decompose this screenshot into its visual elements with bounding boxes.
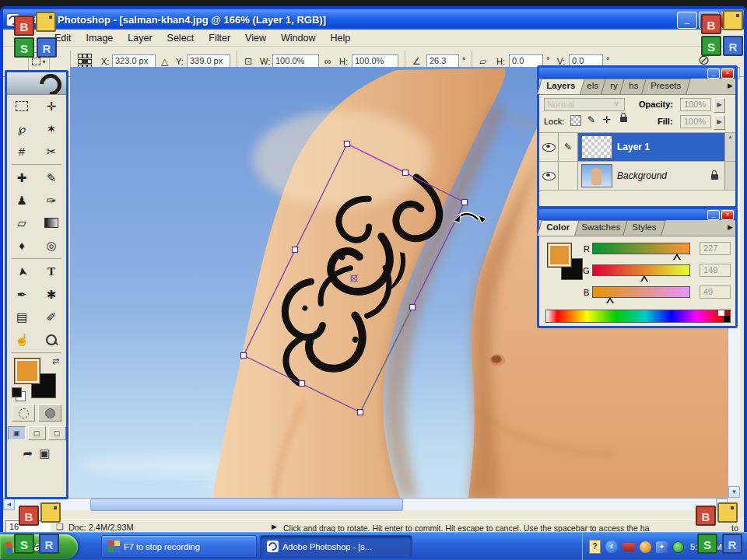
green-value-input[interactable]: 149: [700, 264, 731, 277]
fill-value[interactable]: 100%: [680, 115, 711, 128]
link-column[interactable]: [559, 162, 578, 190]
help-tray-icon[interactable]: ?: [589, 540, 601, 554]
hand-tool[interactable]: ☝: [7, 328, 37, 351]
orange-ball-tray-icon[interactable]: [640, 541, 651, 553]
transform-handle-left[interactable]: [241, 353, 247, 359]
green-app-tray-icon[interactable]: [672, 541, 684, 553]
transform-handle-mid-tl[interactable]: [293, 247, 298, 253]
dodge-tool[interactable]: ◎: [37, 234, 66, 257]
palette-menu-icon[interactable]: ▶: [728, 223, 733, 231]
layer1-selected-area[interactable]: Layer 1: [578, 133, 724, 161]
tab-presets[interactable]: Presets: [641, 79, 691, 94]
foreground-color-swatch[interactable]: [14, 358, 40, 384]
crop-tool[interactable]: #: [7, 140, 37, 163]
green-slider-track[interactable]: [592, 264, 690, 276]
green-slider-handle[interactable]: [640, 275, 648, 282]
blue-slider-track[interactable]: [592, 286, 690, 298]
layer-name[interactable]: Layer 1: [617, 142, 650, 152]
status-menu-arrow-icon[interactable]: ▶: [272, 523, 277, 530]
palette-close-button[interactable]: ×: [721, 68, 734, 79]
relative-position-icon[interactable]: △: [161, 56, 168, 67]
menu-edit[interactable]: Edit: [54, 33, 72, 44]
zoom-tool[interactable]: [37, 328, 66, 351]
foreground-color-swatch[interactable]: [547, 243, 572, 268]
tab-color[interactable]: Color: [537, 220, 580, 236]
rotation-angle-input[interactable]: 26.3: [426, 54, 459, 68]
tab-styles[interactable]: Styles: [622, 220, 666, 236]
brush-tool[interactable]: ✎: [37, 166, 66, 189]
tab-layers[interactable]: Layers: [537, 79, 585, 94]
palette-minimize-button[interactable]: _: [707, 68, 720, 79]
standard-mode-button[interactable]: [12, 404, 35, 422]
tab-swatches[interactable]: Swatches: [572, 220, 630, 236]
clone-stamp-tool[interactable]: ♟: [7, 189, 37, 212]
x-position-input[interactable]: 323.0 px: [112, 54, 156, 68]
red-slider-track[interactable]: [592, 243, 690, 254]
palette-close-button[interactable]: ×: [721, 210, 734, 220]
link-dimensions-icon[interactable]: ∞: [324, 56, 331, 67]
lock-image-icon[interactable]: ✎: [587, 114, 595, 125]
toolbox-header-art[interactable]: [7, 72, 66, 95]
magic-wand-tool[interactable]: ✶: [37, 117, 66, 140]
scrollbar-thumb[interactable]: [90, 499, 403, 511]
type-tool[interactable]: T: [37, 261, 66, 283]
scroll-down-icon[interactable]: ▼: [728, 486, 740, 498]
menu-select[interactable]: Select: [167, 33, 195, 44]
camcorder-tray-icon[interactable]: [622, 543, 635, 551]
pen-tool[interactable]: ✒: [7, 283, 37, 306]
fill-slider-icon[interactable]: ▶: [714, 115, 725, 130]
minimize-button[interactable]: _: [677, 12, 697, 29]
transform-handle-top[interactable]: [345, 142, 350, 147]
lasso-tool[interactable]: ℘: [7, 117, 37, 140]
red-value-input[interactable]: 227: [700, 242, 731, 255]
jump-to-imageready-icon[interactable]: ➦: [23, 446, 33, 460]
blue-value-input[interactable]: 49: [700, 285, 731, 299]
opacity-value[interactable]: 100%: [680, 98, 711, 111]
document-size-label[interactable]: Doc: 2.4M/2.93M: [68, 523, 134, 532]
lock-position-icon[interactable]: ✛: [603, 114, 611, 125]
path-selection-tool[interactable]: ➤: [7, 261, 37, 283]
layer-name[interactable]: Background: [617, 170, 667, 181]
menu-layer[interactable]: Layer: [128, 33, 152, 44]
blue-app-tray-icon[interactable]: ✦: [656, 541, 668, 553]
white-cap[interactable]: [717, 310, 724, 316]
horizontal-scrollbar[interactable]: ◄ ►: [3, 498, 728, 510]
fullscreen-menubar-mode-button[interactable]: ▢: [28, 426, 46, 440]
move-tool[interactable]: ✛: [37, 95, 66, 117]
lock-all-icon[interactable]: [620, 117, 627, 122]
transform-center-point[interactable]: [350, 275, 358, 282]
collapse-tray-icon[interactable]: ‹: [605, 541, 618, 553]
quick-mask-mode-button[interactable]: [38, 404, 61, 422]
lock-transparency-icon[interactable]: [570, 115, 581, 126]
transform-handle-bottom[interactable]: [358, 410, 363, 415]
layer-row-layer1[interactable]: ✎ Layer 1 ▴: [539, 133, 735, 162]
palette-minimize-button[interactable]: _: [707, 210, 720, 220]
transform-handle-mid-tr[interactable]: [403, 170, 409, 176]
rectangular-marquee-tool[interactable]: [7, 95, 37, 117]
menu-view[interactable]: View: [245, 33, 266, 44]
menu-image[interactable]: Image: [86, 33, 114, 44]
standard-screen-mode-button[interactable]: ▣: [8, 426, 26, 440]
transform-handle-right[interactable]: [462, 200, 468, 205]
taskbar-button-recorder[interactable]: F7 to stop recording: [101, 535, 257, 558]
custom-shape-tool[interactable]: ✱: [37, 283, 66, 306]
visibility-toggle[interactable]: [539, 162, 559, 190]
layer1-thumbnail[interactable]: [581, 135, 612, 159]
transform-handle-mid-bl[interactable]: [300, 381, 305, 387]
eraser-tool[interactable]: ▱: [7, 212, 37, 234]
gradient-tool[interactable]: [37, 212, 66, 234]
transform-handle-mid-br[interactable]: [410, 305, 416, 310]
visibility-toggle[interactable]: [539, 133, 559, 161]
layer-row-background[interactable]: Background: [539, 162, 735, 191]
width-scale-input[interactable]: 100.0%: [272, 54, 319, 68]
notes-tool[interactable]: ▤: [7, 306, 37, 328]
color-palette-titlebar[interactable]: _ ×: [539, 209, 735, 220]
history-brush-tool[interactable]: ✑: [37, 189, 66, 212]
color-spectrum-ramp[interactable]: [545, 310, 731, 323]
blend-mode-dropdown[interactable]: Normal: [544, 98, 625, 111]
blue-slider-handle[interactable]: [606, 297, 614, 303]
palette-menu-icon[interactable]: ▶: [728, 82, 733, 89]
eyedropper-tool[interactable]: ✐: [37, 306, 66, 328]
layers-scrollbar[interactable]: ▴: [724, 133, 735, 161]
y-position-input[interactable]: 339.0 px: [187, 54, 230, 68]
